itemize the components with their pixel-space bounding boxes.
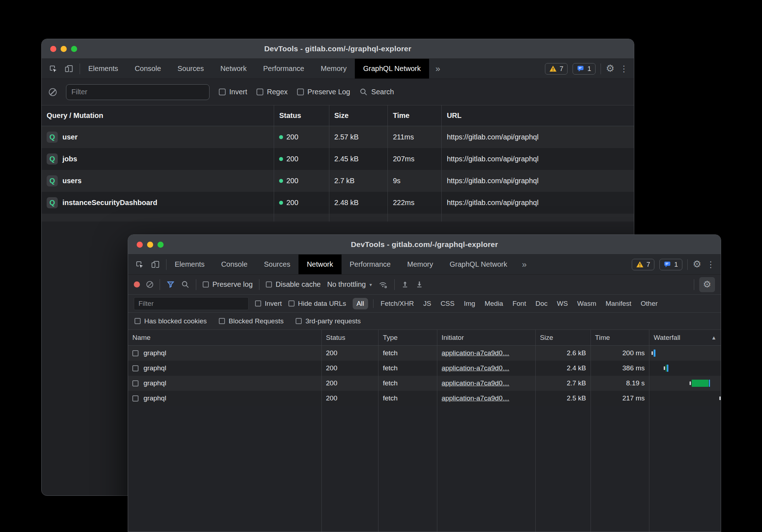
- search-icon[interactable]: [181, 280, 189, 289]
- graphql-filter-input[interactable]: [66, 84, 210, 100]
- chip-fetch-xhr[interactable]: Fetch/XHR: [378, 298, 416, 309]
- search-control[interactable]: Search: [359, 88, 394, 96]
- table-row[interactable]: Quser 200 2.57 kB 211ms https://gitlab.c…: [42, 126, 634, 148]
- close-window-button[interactable]: [50, 46, 56, 52]
- settings-gear-icon[interactable]: ⚙: [693, 260, 701, 269]
- chip-manifest[interactable]: Manifest: [603, 298, 634, 309]
- warnings-badge[interactable]: 7: [545, 63, 568, 75]
- row-checkbox[interactable]: [132, 365, 138, 371]
- more-tabs-icon[interactable]: »: [516, 255, 533, 274]
- close-window-button[interactable]: [137, 242, 143, 248]
- tab-console[interactable]: Console: [213, 255, 255, 274]
- hide-data-urls-checkbox[interactable]: Hide data URLs: [288, 300, 346, 308]
- chip-css[interactable]: CSS: [438, 298, 457, 309]
- network-filter-input[interactable]: [134, 297, 249, 310]
- preserve-log-checkbox[interactable]: Preserve Log: [297, 88, 350, 96]
- zoom-window-button[interactable]: [71, 46, 77, 52]
- chip-other[interactable]: Other: [639, 298, 660, 309]
- clear-icon[interactable]: [49, 88, 57, 96]
- tab-sources[interactable]: Sources: [256, 255, 298, 274]
- titlebar[interactable]: DevTools - gitlab.com/-/graphql-explorer: [42, 39, 634, 59]
- column-header-time[interactable]: Time: [387, 105, 441, 126]
- chip-img[interactable]: Img: [462, 298, 478, 309]
- tab-network[interactable]: Network: [298, 255, 341, 274]
- chip-doc[interactable]: Doc: [533, 298, 550, 309]
- minimize-window-button[interactable]: [61, 46, 67, 52]
- table-row[interactable]: QinstanceSecurityDashboard 200 2.48 kB 2…: [42, 192, 634, 214]
- throttling-dropdown[interactable]: No throttling ▾: [327, 280, 372, 289]
- has-blocked-cookies-checkbox[interactable]: Has blocked cookies: [135, 317, 207, 325]
- more-tabs-icon[interactable]: »: [429, 59, 447, 79]
- minimize-window-button[interactable]: [147, 242, 153, 248]
- device-toolbar-icon[interactable]: [65, 65, 73, 73]
- column-header-type[interactable]: Type: [378, 330, 437, 345]
- invert-checkbox[interactable]: Invert: [255, 300, 282, 308]
- network-conditions-icon[interactable]: [378, 280, 388, 289]
- request-row[interactable]: graphql 200 fetch application-a7ca9d0… 2…: [128, 391, 721, 406]
- column-header-size[interactable]: Size: [329, 105, 387, 126]
- invert-checkbox[interactable]: Invert: [219, 88, 247, 96]
- row-checkbox[interactable]: [132, 350, 138, 356]
- titlebar[interactable]: DevTools - gitlab.com/-/graphql-explorer: [128, 235, 721, 255]
- table-row[interactable]: Qjobs 200 2.45 kB 207ms https://gitlab.c…: [42, 148, 634, 170]
- tab-performance[interactable]: Performance: [255, 59, 313, 79]
- warnings-badge[interactable]: 7: [632, 259, 655, 270]
- regex-checkbox[interactable]: Regex: [257, 88, 288, 96]
- chip-font[interactable]: Font: [510, 298, 528, 309]
- column-header-name[interactable]: Name: [128, 330, 321, 345]
- tab-graphql-network[interactable]: GraphQL Network: [441, 255, 515, 274]
- initiator-link[interactable]: application-a7ca9d0…: [442, 394, 509, 402]
- kebab-menu-icon[interactable]: ⋮: [620, 64, 628, 74]
- network-request-table: Name Status Type Initiator Size Time Wat…: [128, 330, 721, 532]
- initiator-link[interactable]: application-a7ca9d0…: [442, 379, 509, 387]
- network-settings-button[interactable]: ⚙: [699, 277, 715, 292]
- clear-network-log-icon[interactable]: [146, 281, 153, 288]
- record-network-log-button[interactable]: [134, 281, 140, 288]
- row-checkbox[interactable]: [132, 395, 138, 402]
- third-party-requests-checkbox[interactable]: 3rd-party requests: [296, 317, 361, 325]
- import-har-icon[interactable]: [401, 280, 409, 289]
- tab-elements[interactable]: Elements: [80, 59, 126, 79]
- column-header-waterfall[interactable]: Waterfall ▲: [649, 330, 721, 345]
- request-row[interactable]: graphql 200 fetch application-a7ca9d0… 2…: [128, 361, 721, 376]
- column-header-size[interactable]: Size: [535, 330, 591, 345]
- column-header-status[interactable]: Status: [274, 105, 329, 126]
- preserve-log-checkbox[interactable]: Preserve log: [203, 280, 253, 289]
- column-header-query-mutation[interactable]: Query / Mutation: [42, 105, 274, 126]
- filter-funnel-icon[interactable]: [166, 280, 175, 289]
- tab-graphql-network[interactable]: GraphQL Network: [355, 59, 429, 79]
- column-header-initiator[interactable]: Initiator: [437, 330, 535, 345]
- device-toolbar-icon[interactable]: [151, 260, 160, 269]
- column-header-status[interactable]: Status: [321, 330, 378, 345]
- initiator-link[interactable]: application-a7ca9d0…: [442, 349, 509, 357]
- request-row[interactable]: graphql 200 fetch application-a7ca9d0… 2…: [128, 346, 721, 361]
- issues-badge[interactable]: 1: [659, 259, 682, 270]
- request-row[interactable]: graphql 200 fetch application-a7ca9d0… 2…: [128, 376, 721, 391]
- initiator-link[interactable]: application-a7ca9d0…: [442, 364, 509, 372]
- tab-memory[interactable]: Memory: [399, 255, 441, 274]
- export-har-icon[interactable]: [415, 280, 423, 289]
- zoom-window-button[interactable]: [157, 242, 164, 248]
- chip-wasm[interactable]: Wasm: [575, 298, 598, 309]
- tab-network[interactable]: Network: [212, 59, 255, 79]
- column-header-url[interactable]: URL: [441, 105, 634, 126]
- tab-console[interactable]: Console: [126, 59, 169, 79]
- issues-badge[interactable]: 1: [573, 63, 596, 75]
- tab-sources[interactable]: Sources: [169, 59, 212, 79]
- row-checkbox[interactable]: [132, 380, 138, 386]
- tab-performance[interactable]: Performance: [342, 255, 399, 274]
- chip-js[interactable]: JS: [421, 298, 433, 309]
- chip-ws[interactable]: WS: [555, 298, 570, 309]
- kebab-menu-icon[interactable]: ⋮: [706, 260, 715, 270]
- table-row[interactable]: Qusers 200 2.7 kB 9s https://gitlab.com/…: [42, 170, 634, 192]
- disable-cache-checkbox[interactable]: Disable cache: [266, 280, 321, 289]
- settings-gear-icon[interactable]: ⚙: [606, 64, 615, 73]
- tab-elements[interactable]: Elements: [166, 255, 213, 274]
- inspect-element-icon[interactable]: [135, 260, 144, 269]
- chip-media[interactable]: Media: [483, 298, 505, 309]
- blocked-requests-checkbox[interactable]: Blocked Requests: [219, 317, 283, 325]
- chip-all[interactable]: All: [353, 298, 368, 309]
- tab-memory[interactable]: Memory: [312, 59, 355, 79]
- inspect-element-icon[interactable]: [49, 65, 57, 73]
- column-header-time[interactable]: Time: [591, 330, 649, 345]
